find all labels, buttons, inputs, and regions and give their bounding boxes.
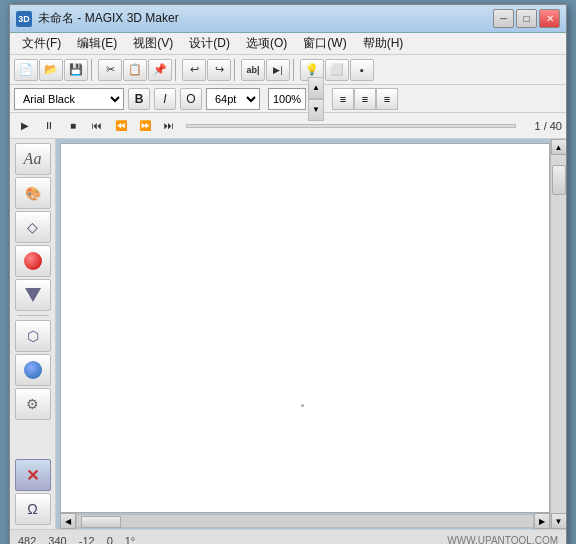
cut-button[interactable]: ✂ — [98, 59, 122, 81]
sep3 — [234, 59, 238, 81]
vscroll-thumb[interactable] — [552, 165, 566, 195]
menu-design[interactable]: 设计(D) — [181, 33, 238, 54]
hscroll-right-button[interactable]: ▶ — [534, 513, 550, 529]
status-angle: 0 — [107, 535, 113, 545]
first-button[interactable]: ⏮ — [86, 116, 108, 136]
canvas-inner: ◀ ▶ — [56, 139, 550, 529]
bold-button[interactable]: B — [128, 88, 150, 110]
h-scrollbar-thumb[interactable] — [81, 516, 121, 528]
paint-tool-button[interactable]: 🎨 — [15, 177, 51, 209]
maximize-button[interactable]: □ — [516, 9, 537, 28]
pause-button[interactable]: ⏸ — [38, 116, 60, 136]
play-button[interactable]: ▶ — [14, 116, 36, 136]
text-tool-button[interactable]: Aa — [15, 143, 51, 175]
canvas-dot — [301, 404, 304, 407]
menubar: 文件(F) 编辑(E) 视图(V) 设计(D) 选项(O) 窗口(W) 帮助(H… — [10, 33, 566, 55]
globe-tool-button[interactable] — [15, 354, 51, 386]
canvas-area: ◀ ▶ ▲ ▼ — [56, 139, 566, 529]
omega-tool-button[interactable]: Ω — [15, 493, 51, 525]
copy-button[interactable]: 📋 — [123, 59, 147, 81]
paste-button[interactable]: 📌 — [148, 59, 172, 81]
sep1 — [91, 59, 95, 81]
align-center-button[interactable]: ≡ — [354, 88, 376, 110]
main-area: Aa 🎨 ◇ ⬡ ⚙ — [10, 139, 566, 529]
shape-tool-icon: ◇ — [27, 219, 38, 235]
menu-window[interactable]: 窗口(W) — [295, 33, 354, 54]
app-icon: 3D — [16, 11, 32, 27]
frame-counter: 1 / 40 — [522, 120, 562, 132]
more-button[interactable]: ▪ — [350, 59, 374, 81]
save-button[interactable]: 💾 — [64, 59, 88, 81]
timeline-slider[interactable] — [186, 124, 516, 128]
v-scrollbar: ▲ ▼ — [550, 139, 566, 529]
text-mode-button[interactable]: ab| — [241, 59, 265, 81]
align-buttons: ≡ ≡ ≡ — [332, 88, 398, 110]
zoom-down-button[interactable]: ▼ — [308, 99, 324, 121]
prev-button[interactable]: ⏪ — [110, 116, 132, 136]
zoom-control: ▲ ▼ — [268, 77, 324, 121]
left-toolbar-sep — [17, 315, 49, 316]
font-size-select[interactable]: 64pt — [206, 88, 260, 110]
h-scrollbar-area: ◀ ▶ — [60, 513, 550, 529]
cube-tool-icon: ⬡ — [27, 328, 39, 344]
font-toolbar: Arial Black B I O 64pt ▲ ▼ ≡ ≡ ≡ — [10, 85, 566, 113]
zoom-input[interactable] — [268, 88, 306, 110]
bg-button[interactable]: ⬜ — [325, 59, 349, 81]
close-button[interactable]: ✕ — [539, 9, 560, 28]
h-scrollbar-track[interactable] — [76, 514, 534, 528]
font-name-select[interactable]: Arial Black — [14, 88, 124, 110]
application-window: 3D 未命名 - MAGIX 3D Maker ─ □ ✕ 文件(F) 编辑(E… — [9, 4, 567, 544]
window-title: 未命名 - MAGIX 3D Maker — [38, 10, 493, 27]
gear-tool-icon: ⚙ — [26, 396, 39, 412]
left-toolbar: Aa 🎨 ◇ ⬡ ⚙ — [10, 139, 56, 529]
titlebar-buttons: ─ □ ✕ — [493, 9, 560, 28]
titlebar: 3D 未命名 - MAGIX 3D Maker ─ □ ✕ — [10, 5, 566, 33]
menu-file[interactable]: 文件(F) — [14, 33, 69, 54]
globe-tool-icon — [24, 361, 42, 379]
drawing-canvas[interactable] — [60, 143, 550, 513]
status-x: 482 — [18, 535, 36, 545]
watermark-text: WWW.UPANTOOL.COM — [447, 535, 558, 544]
stop-button[interactable]: ■ — [62, 116, 84, 136]
menu-options[interactable]: 选项(O) — [238, 33, 295, 54]
undo-button[interactable]: ↩ — [182, 59, 206, 81]
gear-tool-button[interactable]: ⚙ — [15, 388, 51, 420]
vscroll-track[interactable] — [551, 155, 566, 513]
paint-tool-icon: 🎨 — [25, 186, 41, 201]
zoom-up-button[interactable]: ▲ — [308, 77, 324, 99]
omega-tool-icon: Ω — [27, 501, 37, 517]
outline-button[interactable]: O — [180, 88, 202, 110]
vscroll-down-button[interactable]: ▼ — [551, 513, 567, 529]
sep2 — [175, 59, 179, 81]
menu-edit[interactable]: 编辑(E) — [69, 33, 125, 54]
next-button[interactable]: ⏩ — [134, 116, 156, 136]
open-button[interactable]: 📂 — [39, 59, 63, 81]
menu-help[interactable]: 帮助(H) — [355, 33, 412, 54]
vscroll-up-button[interactable]: ▲ — [551, 139, 567, 155]
x-tool-button[interactable]: ✕ — [15, 459, 51, 491]
cube-tool-button[interactable]: ⬡ — [15, 320, 51, 352]
status-rotation: -12 — [79, 535, 95, 545]
sphere-tool-button[interactable] — [15, 245, 51, 277]
status-y: 340 — [48, 535, 66, 545]
text-tool-icon: Aa — [24, 150, 42, 168]
menu-view[interactable]: 视图(V) — [125, 33, 181, 54]
last-button[interactable]: ⏭ — [158, 116, 180, 136]
new-button[interactable]: 📄 — [14, 59, 38, 81]
status-extra: 1° — [125, 535, 136, 545]
align-right-button[interactable]: ≡ — [376, 88, 398, 110]
hscroll-left-button[interactable]: ◀ — [60, 513, 76, 529]
redo-button[interactable]: ↪ — [207, 59, 231, 81]
sphere-tool-icon — [24, 252, 42, 270]
align-left-button[interactable]: ≡ — [332, 88, 354, 110]
arrow-tool-button[interactable] — [15, 279, 51, 311]
x-tool-icon: ✕ — [26, 466, 39, 485]
minimize-button[interactable]: ─ — [493, 9, 514, 28]
italic-button[interactable]: I — [154, 88, 176, 110]
arrow-tool-icon — [25, 288, 41, 302]
status-bar: 482 340 -12 0 1° WWW.UPANTOOL.COM — [10, 529, 566, 544]
shape-tool-button[interactable]: ◇ — [15, 211, 51, 243]
